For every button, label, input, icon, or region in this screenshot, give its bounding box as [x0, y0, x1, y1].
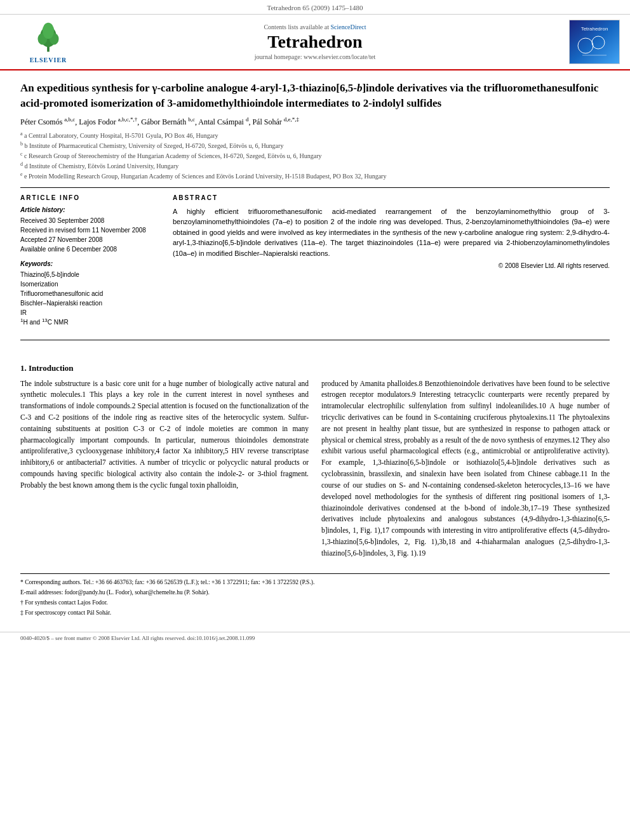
- journal-header-right: Tetrahedron: [544, 20, 620, 64]
- footnote-2: E-mail addresses: fodor@pandy.hu (L. Fod…: [20, 588, 610, 597]
- affiliations: a a Central Laboratory, County Hospital,…: [20, 131, 610, 181]
- section-title-introduction: 1. Introduction: [20, 363, 610, 373]
- divider-bottom: [20, 340, 610, 340]
- page-container: Tetrahedron 65 (2009) 1475–1480 ELSEVIER…: [0, 0, 630, 840]
- body-column-left: The indole substructure is a basic core …: [20, 378, 309, 564]
- article-history-dates: Received 30 September 2008 Received in r…: [20, 216, 160, 254]
- article-history-title: Article history:: [20, 206, 160, 213]
- journal-cover-image: Tetrahedron: [569, 20, 620, 64]
- divider-top: [20, 187, 610, 188]
- journal-title: Tetrahedron: [86, 32, 544, 52]
- authors: Péter Csomós a,b,c, Lajos Fodor a,b,c,*,…: [20, 117, 610, 127]
- intro-para-left: The indole substructure is a basic core …: [20, 378, 309, 491]
- abstract-title: ABSTRACT: [173, 194, 610, 201]
- svg-point-4: [43, 23, 54, 39]
- journal-citation: Tetrahedron 65 (2009) 1475–1480: [267, 4, 363, 11]
- journal-homepage: journal homepage: www.elsevier.com/locat…: [86, 53, 544, 60]
- abstract-section: ABSTRACT A highly efficient trifluoromet…: [173, 194, 610, 333]
- article-info-abstract: ARTICLE INFO Article history: Received 3…: [20, 194, 610, 333]
- body-content: 1. Introduction The indole substructure …: [0, 357, 630, 625]
- elsevier-tree-icon: [29, 20, 67, 55]
- bottom-bar: 0040-4020/$ – see front matter © 2008 El…: [0, 632, 630, 644]
- footnote-3: † For synthesis contact Lajos Fodor.: [20, 598, 610, 607]
- journal-header-center: Contents lists available at ScienceDirec…: [86, 23, 544, 60]
- article-info-title: ARTICLE INFO: [20, 194, 160, 201]
- footnote-1: * Corresponding authors. Tel.: +36 66 46…: [20, 578, 610, 587]
- intro-para-right: produced by Amanita phalloides.8 Benzoth…: [321, 378, 610, 559]
- sciencedirect-link: Contents lists available at ScienceDirec…: [86, 23, 544, 30]
- sciencedirect-anchor[interactable]: ScienceDirect: [330, 23, 366, 30]
- journal-header: ELSEVIER Contents lists available at Sci…: [0, 15, 630, 70]
- svg-text:Tetrahedron: Tetrahedron: [581, 26, 608, 32]
- footnotes: * Corresponding authors. Tel.: +36 66 46…: [20, 573, 610, 618]
- copyright-line: © 2008 Elsevier Ltd. All rights reserved…: [173, 262, 610, 269]
- body-column-right: produced by Amanita phalloides.8 Benzoth…: [321, 378, 610, 564]
- footnote-4: ‡ For spectroscopy contact Pál Sohár.: [20, 608, 610, 617]
- article-content: An expeditious synthesis for γ-carboline…: [0, 70, 630, 357]
- elsevier-logo: ELSEVIER: [10, 20, 86, 63]
- keywords-list: Thiazino[6,5-b]indole Isomerization Trif…: [20, 270, 160, 327]
- keywords-title: Keywords:: [20, 260, 160, 267]
- bottom-bar-text: 0040-4020/$ – see front matter © 2008 El…: [20, 635, 255, 641]
- article-info: ARTICLE INFO Article history: Received 3…: [20, 194, 160, 333]
- journal-top-bar: Tetrahedron 65 (2009) 1475–1480: [0, 0, 630, 15]
- journal-header-left: ELSEVIER: [10, 20, 86, 63]
- article-title: An expeditious synthesis for γ-carboline…: [20, 81, 610, 111]
- elsevier-text: ELSEVIER: [30, 57, 67, 63]
- abstract-text: A highly efficient trifluoromethanesulfo…: [173, 206, 610, 259]
- two-column-body: The indole substructure is a basic core …: [20, 378, 610, 564]
